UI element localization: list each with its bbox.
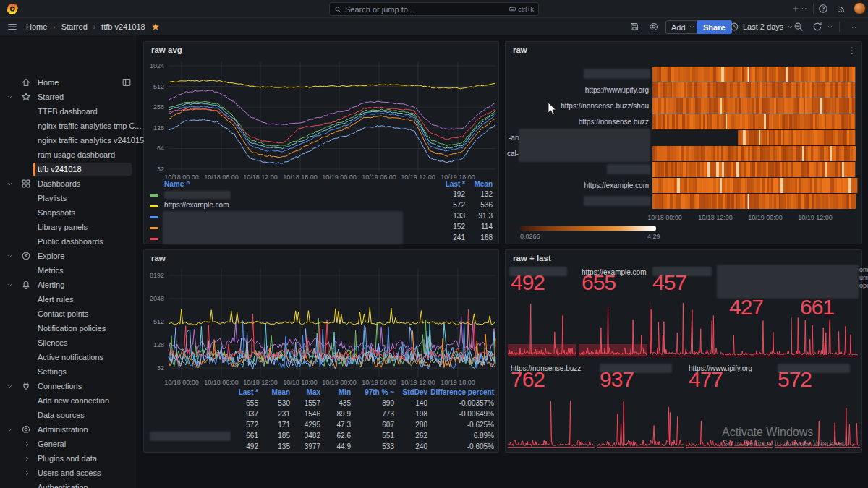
stat-sparkline[interactable]	[579, 294, 647, 357]
home-icon	[21, 77, 31, 87]
table-header-stddev[interactable]: StdDev	[403, 388, 427, 396]
table-header-mean[interactable]: Mean	[271, 388, 290, 396]
sidebar-item-playlists[interactable]: Playlists	[0, 191, 137, 205]
cell-max: 4295	[305, 421, 320, 429]
cell-stddev: 262	[415, 432, 427, 440]
dock-sidebar-icon[interactable]	[122, 77, 132, 87]
legend-header-last[interactable]: Last *	[446, 180, 465, 188]
legend-header-name[interactable]: Name ^	[164, 180, 190, 188]
sidebar-item-admin-plugins[interactable]: Plugins and data	[0, 451, 137, 466]
refresh-button[interactable]	[812, 22, 823, 32]
svg-text:32: 32	[157, 364, 164, 372]
sidebar-item-ttfb-v241018-active[interactable]: ttfb v241018	[0, 162, 137, 176]
legend-last-value: 572	[453, 201, 465, 209]
stat-sparkline[interactable]	[791, 312, 858, 357]
table-header-min[interactable]: Min	[339, 388, 351, 396]
stat-sparkline[interactable]	[775, 392, 860, 448]
cell-97th: 773	[382, 410, 394, 418]
star-filled-icon[interactable]	[151, 22, 160, 31]
redaction-overlay	[717, 265, 859, 299]
svg-text:256: 256	[153, 103, 164, 111]
news-button[interactable]	[836, 3, 848, 14]
stat-sparkline[interactable]	[508, 294, 576, 357]
sidebar-item-silences[interactable]: Silences	[0, 335, 137, 350]
help-button[interactable]	[817, 3, 829, 14]
sidebar-item-metrics[interactable]: Metrics	[0, 263, 137, 278]
share-button[interactable]: Share	[697, 20, 732, 34]
new-menu-button[interactable]	[790, 3, 809, 14]
sidebar-item-admin-authentication[interactable]: Authentication	[0, 480, 137, 488]
sidebar-item-nginx-tmp[interactable]: nginx traffic analytics tmp C...	[0, 119, 137, 133]
stat-sparkline[interactable]	[597, 392, 684, 448]
stat-sparkline[interactable]	[508, 392, 595, 448]
chevron-down-icon[interactable]	[7, 427, 13, 433]
sidebar-section-dashboards[interactable]: Dashboards	[0, 176, 137, 191]
sidebar-item-home[interactable]: Home	[0, 75, 137, 90]
raw-timeseries-chart[interactable]: 819220485121283210/18 00:0010/18 06:0010…	[144, 250, 500, 389]
sidebar-item-public-dashboards[interactable]: Public dashboards	[0, 234, 137, 249]
table-header-last[interactable]: Last *	[239, 388, 258, 396]
raw-avg-timeseries-chart[interactable]: 1024512256128643210/18 00:0010/18 06:001…	[144, 42, 500, 184]
chevron-down-icon[interactable]	[7, 383, 13, 390]
stat-sparkline[interactable]	[720, 312, 789, 357]
stat-value: 937	[600, 367, 634, 392]
chevron-down-icon[interactable]	[7, 282, 13, 288]
dashboard-settings-button[interactable]	[648, 22, 660, 32]
sidebar-item-active-notifications[interactable]: Active notifications	[0, 350, 137, 364]
global-search[interactable]: ctrl+k	[329, 2, 539, 16]
sidebar-item-nginx-v241015[interactable]: nginx traffic analytics v241015	[0, 133, 137, 147]
add-panel-button[interactable]: Add	[665, 20, 701, 34]
heatmap-row-label-partial: cal-	[507, 150, 519, 158]
cell-max: 1557	[305, 399, 320, 407]
stat-sparkline[interactable]	[686, 392, 773, 448]
series-name[interactable]: https://example.com	[164, 201, 229, 209]
sidebar-item-alerting-settings[interactable]: Settings	[0, 364, 137, 379]
legend-header-mean[interactable]: Mean	[474, 180, 493, 188]
heatmap-row-label: https://nonsense.buzz	[579, 118, 649, 126]
sidebar-item-library-panels[interactable]: Library panels	[0, 220, 137, 234]
breadcrumb-section[interactable]: Starred	[61, 22, 88, 31]
sidebar-item-snapshots[interactable]: Snapshots	[0, 205, 137, 220]
sidebar-section-starred[interactable]: Starred	[0, 90, 137, 104]
refresh-interval-button[interactable]	[825, 23, 834, 30]
help-icon	[818, 4, 828, 14]
chevron-right-icon	[24, 470, 30, 476]
time-range-picker[interactable]: Last 2 days	[729, 22, 793, 32]
breadcrumb-home[interactable]: Home	[26, 22, 47, 31]
chevron-down-icon[interactable]	[7, 94, 13, 100]
collapse-toolbar-button[interactable]	[848, 22, 859, 32]
sidebar-item-data-sources[interactable]: Data sources	[0, 408, 137, 422]
sidebar-item-alert-rules[interactable]: Alert rules	[0, 292, 137, 307]
grafana-logo[interactable]	[7, 3, 19, 15]
sidebar-item-contact-points[interactable]: Contact points	[0, 307, 137, 321]
sidebar-item-add-new-connection[interactable]: Add new connection	[0, 393, 137, 408]
sidebar-item-notification-policies[interactable]: Notification policies	[0, 321, 137, 335]
cell-mean: 185	[278, 432, 290, 440]
save-dashboard-button[interactable]	[629, 22, 640, 32]
table-header-97th[interactable]: 97th % ~	[365, 388, 394, 396]
zoom-out-button[interactable]	[793, 22, 804, 32]
sidebar-item-admin-general[interactable]: General	[0, 437, 137, 451]
sidebar-section-explore[interactable]: Explore	[0, 249, 137, 263]
panel-title[interactable]: raw + last	[513, 254, 551, 262]
sidebar-section-administration[interactable]: Administration	[0, 422, 137, 437]
sidebar-item-ram-usage[interactable]: ram usage dashboard	[0, 147, 137, 162]
chevron-down-icon[interactable]	[7, 253, 13, 260]
sidebar-section-connections[interactable]: Connections	[0, 379, 137, 393]
mega-menu-button[interactable]	[7, 22, 18, 32]
stat-value: 457	[652, 270, 686, 295]
svg-text:128: 128	[153, 124, 164, 132]
sidebar-item-admin-users[interactable]: Users and access	[0, 466, 137, 480]
table-header-diff[interactable]: Difference percent	[430, 388, 494, 396]
heatmap-color-scale	[520, 226, 656, 231]
sidebar-section-alerting[interactable]: Alerting	[0, 278, 137, 292]
svg-text:32: 32	[157, 166, 164, 173]
stat-sparkline[interactable]	[650, 294, 718, 357]
svg-text:10/18 06:00: 10/18 06:00	[204, 379, 239, 386]
legend-mean-value: 168	[480, 234, 493, 241]
user-avatar[interactable]	[854, 2, 866, 14]
table-header-max[interactable]: Max	[307, 388, 320, 396]
chevron-down-icon[interactable]	[7, 181, 13, 187]
sidebar-item-ttfb-dashboard[interactable]: TTFB dashboard	[0, 104, 137, 119]
search-input[interactable]	[345, 5, 506, 14]
